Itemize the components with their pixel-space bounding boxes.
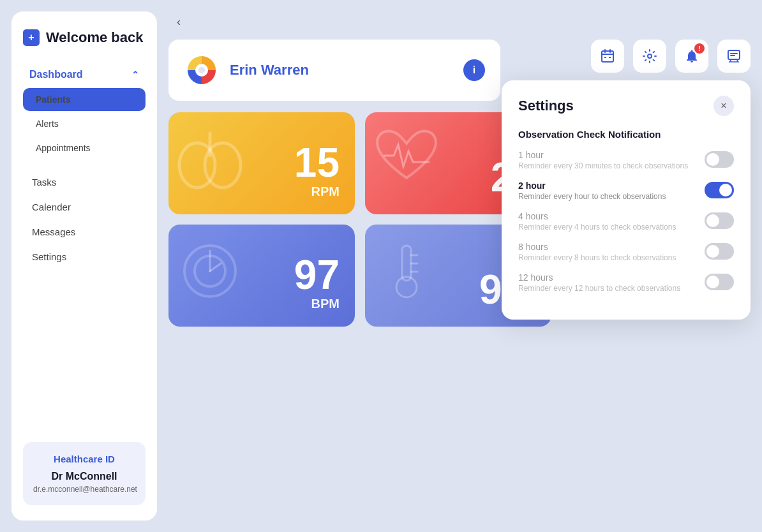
rpm-unit: RPM (311, 184, 340, 199)
chevron-up-icon: ⌃ (131, 70, 139, 80)
notification-badge: ! (694, 43, 705, 54)
gear-icon (642, 48, 657, 64)
gear-action-button[interactable] (633, 40, 666, 73)
setting-label-8hours: 8 hours (518, 242, 676, 252)
sidebar: + Welcome back Dashboard ⌃ Patients Aler… (11, 11, 157, 521)
chat-icon (726, 48, 742, 64)
settings-header: Settings × (518, 96, 734, 116)
heart-bpm-bg-icon (175, 239, 245, 312)
bpm-unit: BPM (311, 297, 340, 311)
calendar-action-button[interactable] (591, 40, 624, 73)
sidebar-item-appointments[interactable]: Appointments (23, 137, 146, 159)
calendar-icon (600, 48, 615, 64)
svg-rect-1 (604, 57, 606, 58)
top-actions: ! (591, 40, 751, 73)
app-logo: + Welcome back (23, 29, 146, 46)
svg-rect-2 (609, 57, 611, 58)
sidebar-item-calender[interactable]: Calender (23, 195, 146, 219)
toggle-2hour[interactable] (705, 182, 734, 198)
sidebar-item-dashboard[interactable]: Dashboard ⌃ (23, 64, 146, 85)
svg-rect-0 (602, 51, 613, 62)
chat-action-button[interactable] (717, 40, 751, 73)
healthcare-label: Healthcare ID (33, 454, 135, 464)
toggle-knob-4hours (706, 214, 719, 227)
settings-close-button[interactable]: × (713, 96, 734, 116)
setting-desc-1hour: Reminder every 30 minutes to check obser… (518, 161, 688, 170)
toggle-knob-8hours (706, 245, 719, 258)
toggle-knob-2hour (719, 184, 732, 196)
rpm-value: 15 (294, 142, 340, 183)
patient-name: Erin Warren (230, 62, 309, 78)
settings-panel: Settings × Observation Check Notificatio… (502, 80, 751, 320)
setting-row-8hours: 8 hours Reminder every 8 hours to check … (518, 242, 734, 262)
setting-label-1hour: 1 hour (518, 150, 688, 160)
main-content: ‹ (168, 11, 751, 521)
setting-label-4hours: 4 hours (518, 211, 676, 221)
app-title: Welcome back (46, 29, 143, 46)
toggle-knob-12hours (706, 276, 719, 288)
bell-action-button[interactable]: ! (675, 40, 708, 73)
setting-row-4hours: 4 hours Reminder every 4 hours to check … (518, 211, 734, 232)
heart-bg-icon (371, 127, 442, 200)
logo-icon: + (23, 29, 40, 46)
patient-info-button[interactable]: i (463, 59, 485, 81)
healthcare-card: Healthcare ID Dr McConnell dr.e.mcconnel… (23, 442, 146, 505)
setting-desc-4hours: Reminder every 4 hours to check observat… (518, 223, 676, 232)
doctor-name: Dr McConnell (33, 471, 135, 482)
toggle-4hours[interactable] (705, 212, 734, 229)
setting-label-2hour: 2 hour (518, 181, 666, 191)
svg-point-7 (198, 67, 205, 73)
svg-rect-12 (402, 246, 411, 281)
metric-card-rpm: 15 RPM (168, 112, 355, 214)
metric-card-bpm: 97 BPM (168, 225, 355, 327)
sidebar-item-messages[interactable]: Messages (23, 220, 146, 244)
setting-row-2hour: 2 hour Reminder every hour to check obse… (518, 181, 734, 201)
settings-section-title: Observation Check Notification (518, 129, 734, 140)
setting-desc-2hour: Reminder every hour to check observation… (518, 192, 666, 201)
patient-avatar-chart (184, 52, 220, 88)
metrics-grid: 15 RPM 22 (168, 112, 551, 327)
sidebar-item-patients[interactable]: Patients (23, 88, 146, 111)
svg-point-3 (648, 54, 652, 58)
setting-desc-12hours: Reminder every 12 hours to check observa… (518, 284, 680, 293)
setting-row-1hour: 1 hour Reminder every 30 minutes to chec… (518, 150, 734, 170)
sidebar-item-alerts[interactable]: Alerts (23, 112, 146, 135)
toggle-8hours[interactable] (705, 243, 734, 260)
toggle-1hour[interactable] (705, 151, 734, 168)
toggle-12hours[interactable] (705, 274, 734, 290)
back-button[interactable]: ‹ (168, 11, 189, 32)
setting-row-12hours: 12 hours Reminder every 12 hours to chec… (518, 272, 734, 293)
doctor-email: dr.e.mcconnell@heathcare.net (33, 485, 135, 494)
setting-label-12hours: 12 hours (518, 272, 680, 283)
sidebar-item-settings[interactable]: Settings (23, 245, 146, 269)
toggle-knob-1hour (706, 153, 719, 166)
settings-title: Settings (518, 98, 574, 114)
lungs-bg-icon (175, 127, 245, 200)
thermometer-bg-icon (371, 239, 442, 312)
sidebar-item-tasks[interactable]: Tasks (23, 170, 146, 194)
setting-desc-8hours: Reminder every 8 hours to check observat… (518, 253, 676, 262)
bpm-value: 97 (294, 255, 340, 295)
dashboard-label: Dashboard (29, 69, 83, 80)
patient-card: Erin Warren i (168, 40, 500, 101)
patient-avatar (184, 52, 220, 88)
